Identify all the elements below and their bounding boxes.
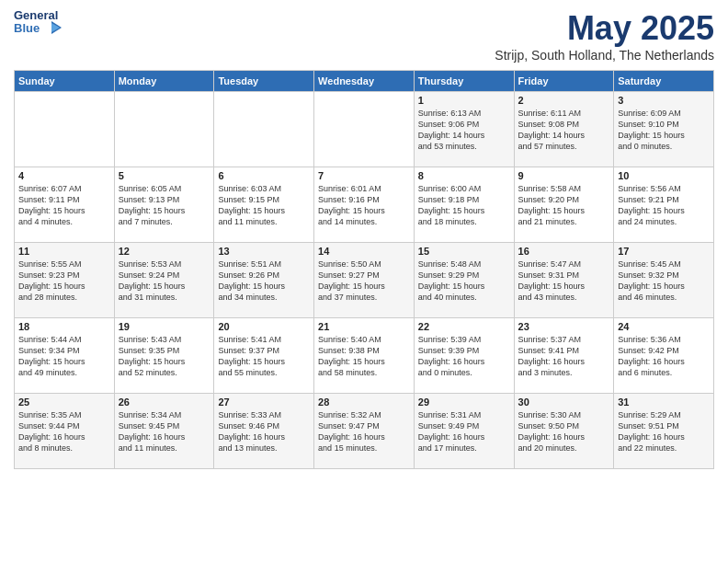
day-info: Sunrise: 5:55 AM Sunset: 9:23 PM Dayligh… <box>18 259 110 304</box>
day-number: 12 <box>119 246 210 257</box>
day-number: 27 <box>218 396 310 408</box>
calendar-cell: 30Sunrise: 5:30 AM Sunset: 9:50 PM Dayli… <box>514 394 614 469</box>
logo: General Blue <box>14 9 62 34</box>
calendar-cell: 21Sunrise: 5:40 AM Sunset: 9:38 PM Dayli… <box>314 318 415 394</box>
calendar-cell: 11Sunrise: 5:55 AM Sunset: 9:23 PM Dayli… <box>15 243 115 318</box>
calendar-cell: 3Sunrise: 6:09 AM Sunset: 9:10 PM Daylig… <box>614 92 714 167</box>
day-info: Sunrise: 6:05 AM Sunset: 9:13 PM Dayligh… <box>119 183 210 228</box>
day-info: Sunrise: 5:48 AM Sunset: 9:29 PM Dayligh… <box>418 259 510 304</box>
day-number: 20 <box>218 321 310 332</box>
calendar-cell: 28Sunrise: 5:32 AM Sunset: 9:47 PM Dayli… <box>314 394 415 469</box>
calendar-cell: 18Sunrise: 5:44 AM Sunset: 9:34 PM Dayli… <box>15 318 115 394</box>
calendar-cell: 19Sunrise: 5:43 AM Sunset: 9:35 PM Dayli… <box>114 318 214 394</box>
month-title: May 2025 <box>495 9 714 48</box>
calendar-cell: 16Sunrise: 5:47 AM Sunset: 9:31 PM Dayli… <box>514 243 614 318</box>
day-info: Sunrise: 5:31 AM Sunset: 9:49 PM Dayligh… <box>418 409 510 454</box>
day-number: 17 <box>618 246 710 257</box>
day-info: Sunrise: 6:13 AM Sunset: 9:06 PM Dayligh… <box>418 108 510 153</box>
day-info: Sunrise: 5:43 AM Sunset: 9:35 PM Dayligh… <box>119 334 210 379</box>
day-number: 15 <box>418 246 510 257</box>
day-info: Sunrise: 6:09 AM Sunset: 9:10 PM Dayligh… <box>618 108 710 153</box>
calendar-cell: 17Sunrise: 5:45 AM Sunset: 9:32 PM Dayli… <box>614 243 714 318</box>
day-number: 9 <box>518 170 610 181</box>
header-day-sunday: Sunday <box>15 71 115 92</box>
header-day-wednesday: Wednesday <box>314 71 415 92</box>
calendar-week-row: 1Sunrise: 6:13 AM Sunset: 9:06 PM Daylig… <box>15 92 714 167</box>
day-number: 13 <box>218 246 310 257</box>
day-info: Sunrise: 5:41 AM Sunset: 9:37 PM Dayligh… <box>218 334 310 379</box>
day-number: 29 <box>418 396 510 408</box>
day-info: Sunrise: 5:47 AM Sunset: 9:31 PM Dayligh… <box>518 259 610 304</box>
day-number: 18 <box>18 321 110 332</box>
day-number: 25 <box>18 396 110 408</box>
calendar-table: SundayMondayTuesdayWednesdayThursdayFrid… <box>14 70 714 469</box>
calendar-cell: 7Sunrise: 6:01 AM Sunset: 9:16 PM Daylig… <box>314 167 415 243</box>
day-number: 23 <box>518 321 610 332</box>
day-number: 8 <box>418 170 510 181</box>
page-header: General Blue May 2025 Strijp, South Holl… <box>14 9 714 63</box>
calendar-cell: 4Sunrise: 6:07 AM Sunset: 9:11 PM Daylig… <box>15 167 115 243</box>
day-number: 31 <box>618 396 710 408</box>
calendar-body: 1Sunrise: 6:13 AM Sunset: 9:06 PM Daylig… <box>15 92 714 469</box>
day-info: Sunrise: 5:36 AM Sunset: 9:42 PM Dayligh… <box>618 334 710 379</box>
calendar-week-row: 18Sunrise: 5:44 AM Sunset: 9:34 PM Dayli… <box>15 318 714 394</box>
day-number: 10 <box>618 170 710 181</box>
day-info: Sunrise: 5:35 AM Sunset: 9:44 PM Dayligh… <box>18 409 110 454</box>
day-info: Sunrise: 5:29 AM Sunset: 9:51 PM Dayligh… <box>618 409 710 454</box>
day-info: Sunrise: 5:30 AM Sunset: 9:50 PM Dayligh… <box>518 409 610 454</box>
day-info: Sunrise: 5:50 AM Sunset: 9:27 PM Dayligh… <box>318 259 410 304</box>
calendar-cell: 20Sunrise: 5:41 AM Sunset: 9:37 PM Dayli… <box>214 318 314 394</box>
day-info: Sunrise: 5:33 AM Sunset: 9:46 PM Dayligh… <box>218 409 310 454</box>
day-number: 24 <box>618 321 710 332</box>
day-info: Sunrise: 5:44 AM Sunset: 9:34 PM Dayligh… <box>18 334 110 379</box>
logo-blue-text: Blue <box>14 22 40 34</box>
day-info: Sunrise: 5:58 AM Sunset: 9:20 PM Dayligh… <box>518 183 610 228</box>
header-day-friday: Friday <box>514 71 614 92</box>
calendar-cell: 25Sunrise: 5:35 AM Sunset: 9:44 PM Dayli… <box>15 394 115 469</box>
calendar-header: SundayMondayTuesdayWednesdayThursdayFrid… <box>15 71 714 92</box>
calendar-cell: 29Sunrise: 5:31 AM Sunset: 9:49 PM Dayli… <box>414 394 514 469</box>
calendar-cell: 1Sunrise: 6:13 AM Sunset: 9:06 PM Daylig… <box>414 92 514 167</box>
day-info: Sunrise: 5:39 AM Sunset: 9:39 PM Dayligh… <box>418 334 510 379</box>
day-number: 28 <box>318 396 410 408</box>
calendar-cell: 14Sunrise: 5:50 AM Sunset: 9:27 PM Dayli… <box>314 243 415 318</box>
day-number: 11 <box>18 246 110 257</box>
day-number: 22 <box>418 321 510 332</box>
calendar-cell: 22Sunrise: 5:39 AM Sunset: 9:39 PM Dayli… <box>414 318 514 394</box>
header-day-thursday: Thursday <box>414 71 514 92</box>
day-number: 4 <box>18 170 110 181</box>
calendar-cell: 23Sunrise: 5:37 AM Sunset: 9:41 PM Dayli… <box>514 318 614 394</box>
calendar-cell <box>15 92 115 167</box>
calendar-cell: 31Sunrise: 5:29 AM Sunset: 9:51 PM Dayli… <box>614 394 714 469</box>
logo-general-text: General <box>14 9 58 21</box>
calendar-cell: 27Sunrise: 5:33 AM Sunset: 9:46 PM Dayli… <box>214 394 314 469</box>
calendar-cell <box>214 92 314 167</box>
day-info: Sunrise: 6:11 AM Sunset: 9:08 PM Dayligh… <box>518 108 610 153</box>
calendar-week-row: 25Sunrise: 5:35 AM Sunset: 9:44 PM Dayli… <box>15 394 714 469</box>
calendar-cell: 12Sunrise: 5:53 AM Sunset: 9:24 PM Dayli… <box>114 243 214 318</box>
day-info: Sunrise: 5:37 AM Sunset: 9:41 PM Dayligh… <box>518 334 610 379</box>
day-info: Sunrise: 5:51 AM Sunset: 9:26 PM Dayligh… <box>218 259 310 304</box>
calendar-cell: 26Sunrise: 5:34 AM Sunset: 9:45 PM Dayli… <box>114 394 214 469</box>
day-info: Sunrise: 5:40 AM Sunset: 9:38 PM Dayligh… <box>318 334 410 379</box>
calendar-cell: 5Sunrise: 6:05 AM Sunset: 9:13 PM Daylig… <box>114 167 214 243</box>
location-label: Strijp, South Holland, The Netherlands <box>495 48 714 63</box>
calendar-cell: 24Sunrise: 5:36 AM Sunset: 9:42 PM Dayli… <box>614 318 714 394</box>
calendar-cell: 8Sunrise: 6:00 AM Sunset: 9:18 PM Daylig… <box>414 167 514 243</box>
day-number: 30 <box>518 396 610 408</box>
day-info: Sunrise: 5:56 AM Sunset: 9:21 PM Dayligh… <box>618 183 710 228</box>
logo-icon: General Blue <box>14 9 62 34</box>
day-info: Sunrise: 5:34 AM Sunset: 9:45 PM Dayligh… <box>119 409 210 454</box>
day-number: 6 <box>218 170 310 181</box>
calendar-cell: 6Sunrise: 6:03 AM Sunset: 9:15 PM Daylig… <box>214 167 314 243</box>
header-day-monday: Monday <box>114 71 214 92</box>
calendar-cell: 13Sunrise: 5:51 AM Sunset: 9:26 PM Dayli… <box>214 243 314 318</box>
header-day-tuesday: Tuesday <box>214 71 314 92</box>
day-info: Sunrise: 6:07 AM Sunset: 9:11 PM Dayligh… <box>18 183 110 228</box>
day-number: 3 <box>618 95 710 106</box>
day-info: Sunrise: 6:01 AM Sunset: 9:16 PM Dayligh… <box>318 183 410 228</box>
calendar-week-row: 11Sunrise: 5:55 AM Sunset: 9:23 PM Dayli… <box>15 243 714 318</box>
calendar-week-row: 4Sunrise: 6:07 AM Sunset: 9:11 PM Daylig… <box>15 167 714 243</box>
logo-flag-icon <box>41 21 62 34</box>
calendar-cell: 15Sunrise: 5:48 AM Sunset: 9:29 PM Dayli… <box>414 243 514 318</box>
